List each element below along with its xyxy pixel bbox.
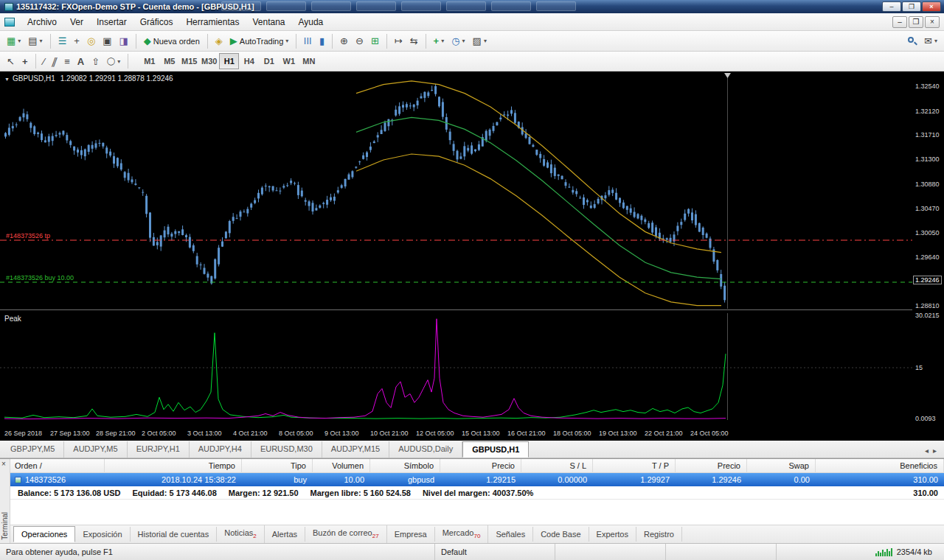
timeframe-button-m15[interactable]: M15	[179, 53, 199, 69]
minimize-button[interactable]: –	[882, 1, 901, 12]
terminal-button[interactable]: ▣	[99, 32, 115, 49]
data-window-button[interactable]: +	[70, 32, 83, 49]
tab-scroll-right-icon[interactable]: ▸	[933, 447, 937, 455]
taskbar-item[interactable]	[446, 1, 486, 11]
timeframe-button-h1[interactable]: H1	[219, 53, 239, 69]
channel-tool-button[interactable]: ∥	[49, 53, 61, 70]
terminal-tab[interactable]: Señales	[488, 527, 533, 542]
timeframe-button-h4[interactable]: H4	[239, 53, 259, 69]
timeframe-button-m5[interactable]: M5	[159, 53, 179, 69]
price-chart-canvas[interactable]	[0, 71, 944, 441]
menu-insertar[interactable]: Insertar	[90, 15, 133, 29]
chart-tab-audjpy-m15[interactable]: AUDJPY,M15	[322, 441, 389, 458]
new-chart-button[interactable]: ▦ ▾	[3, 32, 24, 49]
menu-ver[interactable]: Ver	[63, 15, 90, 29]
zoom-out-button[interactable]: ⊖	[352, 32, 367, 49]
autotrading-button[interactable]: ▶ AutoTrading ▾	[226, 32, 293, 49]
terminal-tab[interactable]: Historial de cuentas	[131, 527, 218, 542]
mdi-minimize-button[interactable]: –	[892, 16, 907, 28]
chart-area[interactable]: ▼GBPUSD,H11.29082 1.29291 1.28878 1.2924…	[0, 71, 944, 441]
column-header-precio[interactable]: Precio	[440, 459, 521, 473]
timeframe-button-m1[interactable]: M1	[139, 53, 159, 69]
taskbar-item[interactable]	[491, 1, 531, 11]
terminal-tab[interactable]: Registro	[636, 527, 682, 542]
taskbar-item[interactable]	[356, 1, 396, 11]
auto-scroll-button[interactable]: ↦	[391, 32, 406, 49]
menu-ventana[interactable]: Ventana	[246, 15, 291, 29]
column-header-t-p[interactable]: T / P	[593, 459, 676, 473]
crosshair-tool-button[interactable]: +	[18, 53, 32, 70]
terminal-tab[interactable]: Alertas	[265, 527, 305, 542]
trendline-tool-button[interactable]: ∕	[40, 53, 49, 70]
profiles-button[interactable]: ▤ ▾	[24, 32, 46, 49]
order-row[interactable]: 148373526 2018.10.24 15:38:22 buy 10.00 …	[10, 473, 944, 486]
column-header-tipo[interactable]: Tipo	[242, 459, 313, 473]
strategy-tester-button[interactable]: ◨	[116, 32, 132, 49]
terminal-close-button[interactable]: ×	[1, 461, 6, 468]
chart-tab-audusd-daily[interactable]: AUDUSD,Daily	[389, 441, 462, 458]
timeframe-button-m30[interactable]: M30	[199, 53, 219, 69]
menu-herramientas[interactable]: Herramientas	[179, 15, 246, 29]
column-header-volumen[interactable]: Volumen	[313, 459, 370, 473]
close-button[interactable]: ×	[922, 1, 941, 12]
column-header-s-l[interactable]: S / L	[521, 459, 593, 473]
fibonacci-tool-button[interactable]: ≡	[60, 53, 74, 70]
chart-bars-button[interactable]: |||	[300, 32, 316, 49]
mail-button[interactable]: ✉ ▾	[920, 32, 941, 49]
column-header-beneficios[interactable]: Beneficios	[816, 459, 944, 473]
column-header-tiempo[interactable]: Tiempo	[105, 459, 242, 473]
chart-tab-audjpy-m5[interactable]: AUDJPY,M5	[64, 441, 127, 458]
zoom-in-button[interactable]: ⊕	[336, 32, 352, 49]
indicators-button[interactable]: + ▾	[430, 32, 448, 49]
chart-tab-eurjpy-h1[interactable]: EURJPY,H1	[128, 441, 190, 458]
menu-archivo[interactable]: Archivo	[21, 15, 63, 29]
new-order-button[interactable]: ◆ Nueva orden	[140, 32, 204, 49]
terminal-tab[interactable]: Empresa	[387, 527, 435, 542]
chart-shift-button[interactable]: ⇆	[406, 32, 422, 49]
menu-graficos[interactable]: Gráficos	[133, 15, 180, 29]
taskbar-item[interactable]	[536, 1, 576, 11]
cursor-tool-button[interactable]: ↖	[3, 53, 18, 70]
column-header-swap[interactable]: Swap	[747, 459, 816, 473]
status-profile[interactable]: Default	[435, 544, 555, 560]
timeframe-button-d1[interactable]: D1	[259, 53, 279, 69]
navigator-button[interactable]: ◎	[83, 32, 99, 49]
chart-candles-button[interactable]: ▮	[316, 32, 328, 49]
trade-line-label[interactable]: #148373526 buy 10.00	[6, 274, 74, 281]
timeframe-button-mn[interactable]: MN	[299, 53, 319, 69]
taskbar-item[interactable]	[221, 1, 261, 11]
metaeditor-button[interactable]: ◈	[212, 32, 226, 49]
arrows-tool-button[interactable]: ⇧	[88, 53, 103, 70]
search-button[interactable]	[903, 32, 920, 49]
shapes-tool-button[interactable]: ◯ ▾	[103, 53, 124, 70]
market-watch-button[interactable]: ☰	[55, 32, 71, 49]
column-header-orden[interactable]: Orden /	[10, 459, 105, 473]
restore-button[interactable]: ❐	[902, 1, 921, 12]
terminal-tab[interactable]: Expertos	[589, 527, 636, 542]
tile-windows-button[interactable]: ⊞	[367, 32, 383, 49]
terminal-tab[interactable]: Exposición	[75, 527, 130, 542]
chart-tab-audjpy-h4[interactable]: AUDJPY,H4	[190, 441, 251, 458]
terminal-tab[interactable]: Code Base	[533, 527, 589, 542]
chart-tab-gbpusd-h1[interactable]: GBPUSD,H1	[462, 441, 529, 458]
mdi-restore-button[interactable]: ❐	[909, 16, 923, 28]
column-header-simbolo[interactable]: Símbolo	[370, 459, 440, 473]
menu-ayuda[interactable]: Ayuda	[291, 15, 330, 29]
chart-tab-gbpjpy-m5[interactable]: GBPJPY,M5	[1, 441, 64, 458]
trade-line-label[interactable]: #148373526 tp	[6, 232, 50, 239]
terminal-tab[interactable]: Mercado70	[435, 525, 489, 542]
chart-tab-eurusd-m30[interactable]: EURUSD,M30	[251, 441, 322, 458]
timeframe-button-w1[interactable]: W1	[279, 53, 299, 69]
tab-scroll-left-icon[interactable]: ◂	[925, 447, 929, 455]
terminal-tab[interactable]: Noticias2	[217, 525, 265, 542]
periods-button[interactable]: ◷ ▾	[448, 32, 468, 49]
templates-button[interactable]: ▨ ▾	[469, 32, 490, 49]
terminal-tab[interactable]: Buzón de correo27	[305, 525, 387, 542]
terminal-tab[interactable]: Operaciones	[13, 526, 75, 542]
taskbar-item[interactable]	[311, 1, 351, 11]
taskbar-item[interactable]	[401, 1, 441, 11]
text-tool-button[interactable]: A	[74, 53, 88, 70]
mdi-close-button[interactable]: ×	[925, 16, 940, 28]
column-header-precio[interactable]: Precio	[676, 459, 747, 473]
taskbar-item[interactable]	[266, 1, 306, 11]
